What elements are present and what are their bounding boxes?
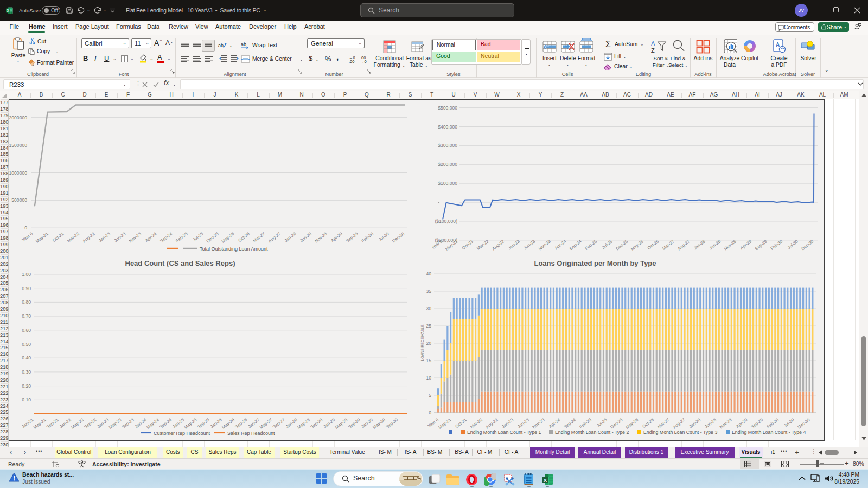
svg-text:0.60: 0.60 (22, 328, 31, 333)
svg-text:Z: Z (651, 47, 655, 54)
svg-text:1000000: 1000000 (9, 170, 27, 176)
svg-text:Ending Month Loan Count - Type: Ending Month Loan Count - Type 3 (643, 429, 717, 435)
svg-text:Ending Month Loan Count - Type: Ending Month Loan Count - Type 1 (467, 429, 541, 435)
svg-text:$200,000: $200,000 (438, 162, 457, 167)
svg-text:$100,000: $100,000 (438, 181, 457, 186)
svg-text:→0: →0 (360, 59, 367, 63)
svg-text:$500,000: $500,000 (438, 105, 457, 111)
svg-text:0.40: 0.40 (22, 355, 31, 361)
svg-text:0.20: 0.20 (22, 383, 31, 389)
svg-text:-: - (438, 200, 439, 205)
svg-text:0.80: 0.80 (22, 299, 31, 305)
svg-text:2000000: 2000000 (9, 115, 27, 120)
svg-text:$400,000: $400,000 (438, 124, 457, 130)
svg-text:-: - (28, 411, 30, 416)
svg-text:Ending Month Loan Count - Type: Ending Month Loan Count - Type 4 (732, 429, 806, 435)
svg-text:X: X (544, 477, 547, 483)
svg-text:500000: 500000 (11, 197, 27, 203)
svg-text:Ending Month Loan Count - Type: Ending Month Loan Count - Type 2 (555, 429, 629, 435)
svg-text:ab: ab (241, 42, 246, 47)
svg-text:35: 35 (426, 288, 431, 294)
svg-text:0: 0 (24, 225, 27, 230)
svg-text:30: 30 (426, 306, 431, 311)
svg-text:Customer Rep Headcount: Customer Rep Headcount (154, 431, 210, 436)
svg-text:0.70: 0.70 (22, 313, 31, 319)
svg-text:0.10: 0.10 (22, 397, 31, 402)
svg-text:Sales Rep Headcount: Sales Rep Headcount (227, 431, 275, 436)
svg-text:0: 0 (429, 410, 431, 415)
svg-text:0.50: 0.50 (22, 342, 31, 347)
svg-text:A: A (651, 40, 655, 47)
svg-text:A: A (776, 42, 780, 48)
svg-text:15: 15 (426, 358, 431, 363)
svg-text:.00: .00 (349, 59, 354, 63)
svg-text:0.30: 0.30 (22, 369, 31, 375)
svg-text:1500000: 1500000 (9, 143, 27, 148)
svg-text:25: 25 (426, 323, 431, 329)
svg-text:Total Outstanding Loan Amount: Total Outstanding Loan Amount (200, 246, 268, 252)
svg-text:Loans Originated per Month by: Loans Originated per Month by Type (534, 259, 656, 267)
svg-text:$300,000: $300,000 (438, 143, 457, 148)
svg-text:ab: ab (218, 43, 224, 48)
svg-text:($100,000): ($100,000) (435, 219, 457, 224)
svg-text:X: X (7, 9, 9, 12)
svg-text:40: 40 (426, 271, 431, 277)
svg-text:10: 10 (426, 375, 431, 381)
svg-text:20: 20 (426, 341, 431, 346)
svg-text:LOANS RECEIVABLE: LOANS RECEIVABLE (420, 324, 424, 361)
svg-text:Head Count (CS and Sales Reps): Head Count (CS and Sales Reps) (125, 259, 235, 267)
svg-text:0.90: 0.90 (22, 286, 31, 291)
svg-text:5: 5 (429, 393, 431, 398)
svg-text:1.00: 1.00 (22, 272, 31, 277)
